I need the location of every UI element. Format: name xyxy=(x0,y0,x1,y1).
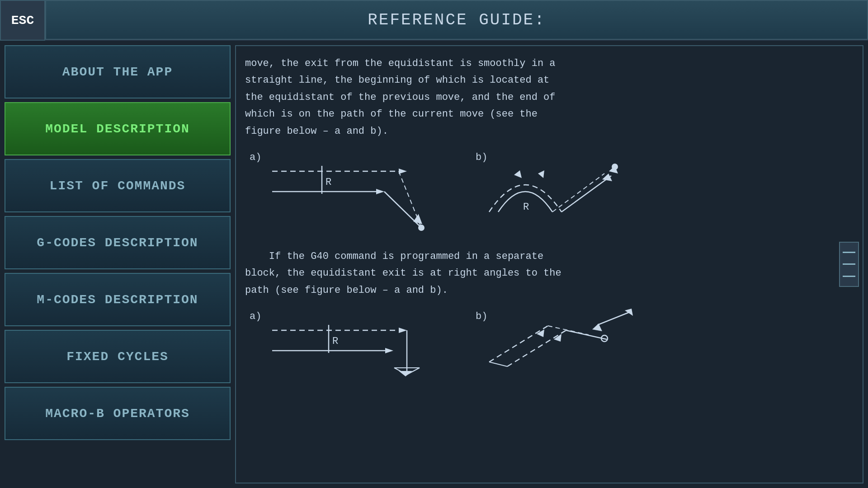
svg-text:b): b) xyxy=(476,311,487,322)
svg-text:R: R xyxy=(326,177,331,188)
header: ESC REFERENCE GUIDE: xyxy=(0,0,868,41)
sidebar-btn-fixed[interactable]: FIXED CYCLES xyxy=(5,330,231,383)
header-title: REFERENCE GUIDE: xyxy=(368,11,546,29)
svg-marker-6 xyxy=(376,189,384,194)
svg-marker-22 xyxy=(399,328,407,333)
sidebar: ABOUT THE APPMODEL DESCRIPTIONLIST OF CO… xyxy=(5,45,231,483)
sidebar-btn-macro[interactable]: MACRO-B OPERATORS xyxy=(5,387,231,440)
diagram-row-2: a) R b) xyxy=(245,308,835,380)
svg-line-15 xyxy=(561,176,611,212)
svg-line-33 xyxy=(489,362,507,366)
scroll-line-3 xyxy=(843,276,855,277)
sidebar-btn-mcodes[interactable]: M-CODES DESCRIPTION xyxy=(5,273,231,326)
main-layout: ABOUT THE APPMODEL DESCRIPTIONLIST OF CO… xyxy=(0,41,868,488)
content-area: move, the exit from the equidistant is s… xyxy=(235,45,863,483)
scroll-line-1 xyxy=(843,252,855,253)
svg-marker-17 xyxy=(602,174,612,181)
svg-line-32 xyxy=(507,330,566,366)
svg-marker-26 xyxy=(385,348,393,353)
svg-marker-12 xyxy=(514,170,522,178)
sidebar-btn-commands[interactable]: LIST OF COMMANDS xyxy=(5,159,231,212)
svg-marker-29 xyxy=(399,371,412,376)
svg-line-16 xyxy=(552,174,604,212)
diagram-a1: a) R xyxy=(245,149,453,239)
svg-line-36 xyxy=(566,330,607,339)
scroll-indicator[interactable] xyxy=(839,242,859,287)
scroll-line-2 xyxy=(843,263,855,265)
svg-text:a): a) xyxy=(250,152,261,163)
header-title-bar: REFERENCE GUIDE: xyxy=(45,0,868,40)
sidebar-btn-about[interactable]: ABOUT THE APP xyxy=(5,45,231,99)
svg-marker-13 xyxy=(538,170,544,178)
svg-marker-34 xyxy=(537,329,544,337)
svg-marker-39 xyxy=(592,324,602,331)
sidebar-btn-model[interactable]: MODEL DESCRIPTION xyxy=(5,102,231,155)
content-paragraph-1: move, the exit from the equidistant is s… xyxy=(245,55,835,140)
svg-text:R: R xyxy=(523,202,529,213)
diagram-row-1: a) R b) xyxy=(245,149,835,239)
svg-point-9 xyxy=(418,225,425,231)
svg-line-31 xyxy=(489,326,548,362)
diagram-a2: a) R xyxy=(245,308,453,380)
diagram-b1: b) R xyxy=(471,149,652,239)
content-paragraph-2: If the G40 command is programmed in a se… xyxy=(245,248,835,299)
svg-text:R: R xyxy=(332,336,338,347)
svg-text:a): a) xyxy=(250,311,261,322)
svg-line-7 xyxy=(384,192,421,228)
esc-button[interactable]: ESC xyxy=(0,0,45,41)
svg-marker-41 xyxy=(625,309,633,316)
diagram-b2: b) xyxy=(471,308,652,380)
svg-point-19 xyxy=(612,164,618,170)
svg-line-40 xyxy=(598,312,629,325)
svg-text:b): b) xyxy=(476,152,487,163)
sidebar-btn-gcodes[interactable]: G-CODES DESCRIPTION xyxy=(5,216,231,269)
